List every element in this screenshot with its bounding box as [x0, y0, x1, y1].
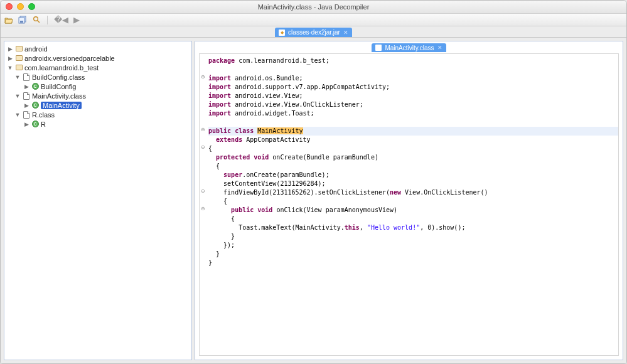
split-pane: ▶ android ▶ androidx.versionedparcelable — [1, 38, 626, 363]
svg-point-3 — [33, 17, 38, 21]
expand-icon[interactable]: ▶ — [23, 121, 29, 127]
file-tab-label: MainActivity.class — [385, 45, 434, 51]
class-declaration-line: public class MainActivity — [208, 127, 619, 136]
title-bar: MainActivity.class - Java Decompiler — [1, 1, 626, 14]
app-window: MainActivity.class - Java Decompiler �◀ … — [0, 0, 627, 364]
tree-node-buildconfig[interactable]: ▶ C BuildConfig — [4, 82, 191, 91]
tree-label: BuildConfig.class — [32, 73, 85, 81]
tree-label-selected: MainActivity — [41, 102, 82, 109]
jar-tab-close-icon[interactable]: ✕ — [343, 29, 348, 36]
search-icon[interactable] — [32, 16, 41, 24]
source-code[interactable]: package com.learnandroid.b_test; import … — [200, 54, 618, 270]
editor-panel: MainActivity.class ✕ ⊕ ⊖ ⊖ ⊖ ⊖ package c… — [195, 41, 623, 360]
fold-marker-icon[interactable]: ⊕ — [201, 74, 205, 80]
fold-marker-icon[interactable]: ⊖ — [201, 127, 205, 132]
jar-tab[interactable]: ◆ classes-dex2jar.jar ✕ — [275, 28, 352, 37]
package-icon — [14, 64, 23, 72]
classfile-icon — [22, 92, 31, 100]
tree-label: MainActivity.class — [32, 92, 86, 100]
classfile-icon — [375, 45, 382, 51]
tree-label: com.learnandroid.b_test — [24, 64, 99, 72]
collapse-icon[interactable]: ▼ — [14, 74, 21, 80]
nav-back-button[interactable]: �◀ — [54, 16, 68, 24]
jar-tab-row: ◆ classes-dex2jar.jar ✕ — [1, 26, 626, 38]
toolbar: �◀ ▶ — [1, 14, 626, 26]
package-tree: ▶ android ▶ androidx.versionedparcelable — [4, 44, 191, 129]
collapse-icon[interactable]: ▼ — [7, 65, 13, 71]
tree-label: androidx.versionedparcelable — [24, 55, 115, 62]
tree-label: R — [41, 120, 46, 128]
tree-node-androidx[interactable]: ▶ androidx.versionedparcelable — [4, 53, 191, 63]
highlighted-class-name: MainActivity — [257, 127, 303, 134]
jar-tab-label: classes-dex2jar.jar — [288, 29, 340, 36]
expand-icon[interactable]: ▶ — [7, 55, 13, 62]
zoom-window-button[interactable] — [28, 3, 35, 10]
file-tab-row: MainActivity.class ✕ — [195, 42, 623, 52]
fold-marker-icon[interactable]: ⊖ — [201, 206, 205, 211]
fold-marker-icon[interactable]: ⊖ — [201, 188, 205, 194]
nav-forward-button[interactable]: ▶ — [73, 16, 80, 24]
jar-icon: ◆ — [279, 29, 285, 36]
fold-gutter: ⊕ ⊖ ⊖ ⊖ ⊖ — [200, 54, 207, 355]
expand-icon[interactable]: ▶ — [23, 83, 29, 90]
main-body: ◆ classes-dex2jar.jar ✕ ▶ android — [1, 26, 626, 363]
tree-node-buildconfig-class[interactable]: ▼ BuildConfig.class — [4, 72, 191, 82]
collapse-icon[interactable]: ▼ — [14, 93, 21, 99]
window-controls — [6, 3, 35, 10]
class-icon: C — [31, 102, 40, 109]
expand-icon[interactable]: ▶ — [23, 102, 29, 109]
tree-node-r-class[interactable]: ▼ R.class — [4, 110, 191, 119]
tree-node-android[interactable]: ▶ android — [4, 44, 191, 53]
tree-node-mainpkg[interactable]: ▼ com.learnandroid.b_test — [4, 63, 191, 72]
tree-label: BuildConfig — [41, 83, 76, 90]
file-tab-close-icon[interactable]: ✕ — [437, 45, 442, 51]
package-icon — [14, 55, 23, 62]
toolbar-separator — [47, 16, 48, 24]
class-icon: C — [31, 120, 40, 128]
tree-node-r[interactable]: ▶ C R — [4, 119, 191, 129]
save-all-icon[interactable] — [18, 16, 27, 24]
open-file-icon[interactable] — [4, 16, 13, 24]
minimize-window-button[interactable] — [17, 3, 24, 10]
tree-label: android — [24, 45, 48, 53]
package-icon — [14, 45, 23, 53]
tree-node-mainactivity[interactable]: ▶ C MainActivity — [4, 100, 191, 110]
classfile-icon — [22, 73, 31, 81]
expand-icon[interactable]: ▶ — [7, 46, 13, 52]
tree-node-mainactivity-class[interactable]: ▼ MainActivity.class — [4, 91, 191, 100]
file-tab[interactable]: MainActivity.class ✕ — [372, 43, 446, 52]
window-title: MainActivity.class - Java Decompiler — [1, 3, 626, 11]
code-scroll-area[interactable]: ⊕ ⊖ ⊖ ⊖ ⊖ package com.learnandroid.b_tes… — [199, 53, 619, 356]
package-tree-panel[interactable]: ▶ android ▶ androidx.versionedparcelable — [4, 41, 192, 360]
fold-marker-icon[interactable]: ⊖ — [201, 144, 205, 150]
collapse-icon[interactable]: ▼ — [14, 112, 21, 118]
svg-rect-2 — [20, 21, 23, 23]
class-icon: C — [31, 83, 40, 90]
close-window-button[interactable] — [6, 3, 13, 10]
classfile-icon — [22, 111, 31, 119]
tree-label: R.class — [32, 111, 55, 119]
svg-line-4 — [37, 21, 40, 23]
